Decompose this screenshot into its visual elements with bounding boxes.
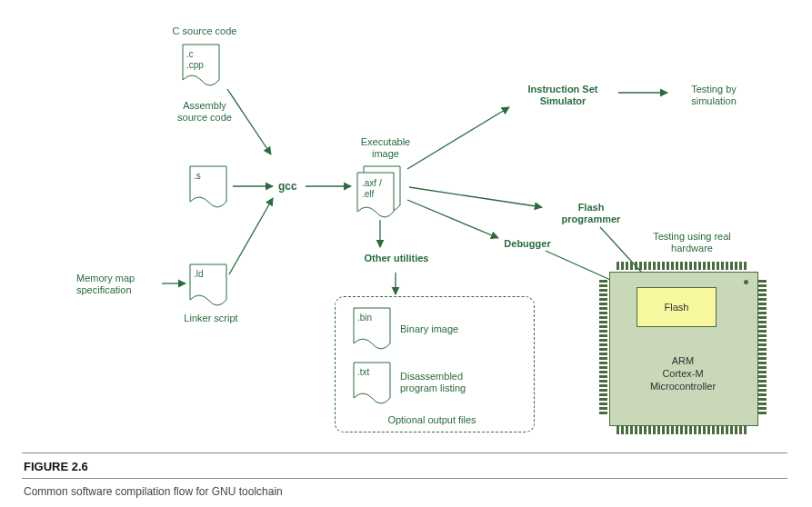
bin-file: .bin xyxy=(353,307,391,353)
debugger-label: Debugger xyxy=(491,238,564,250)
figure-number: FIGURE 2.6 xyxy=(24,460,88,473)
mcu-label: ARMCortex-MMicrocontroller xyxy=(609,354,757,393)
iss-label: Instruction SetSimulator xyxy=(513,84,613,107)
flash-prog-label: Flashprogrammer xyxy=(546,202,637,225)
c-source-ext: .c.cpp xyxy=(186,49,204,71)
svg-line-7 xyxy=(407,200,498,238)
txt-file: .txt xyxy=(353,362,391,407)
gcc-label: gcc xyxy=(278,180,297,193)
exec-ext: .axf /.elf xyxy=(362,178,382,200)
hw-test-label: Testing using realhardware xyxy=(633,231,751,254)
exec-title: Executableimage xyxy=(349,136,422,160)
memmap-label: Memory mapspecification xyxy=(76,273,164,296)
flash-block: Flash xyxy=(637,287,717,327)
svg-line-2 xyxy=(229,198,273,274)
bin-ext: .bin xyxy=(357,313,372,323)
linker-file: .ld xyxy=(189,263,227,309)
sim-test-label: Testing bysimulation xyxy=(673,84,755,107)
diagram-stage: C source code .c.cpp Assemblysource code… xyxy=(0,0,812,507)
txt-desc: Disassembledprogram listing xyxy=(400,371,509,394)
rule-bottom xyxy=(22,478,787,479)
rule-top xyxy=(22,452,787,453)
c-source-file: .c.cpp xyxy=(182,44,220,89)
asm-file: .s xyxy=(189,165,227,211)
mcu-chip: Flash ARMCortex-MMicrocontroller xyxy=(596,262,769,434)
txt-ext: .txt xyxy=(357,367,369,378)
linker-sub: Linker script xyxy=(175,313,247,324)
figure-caption: Common software compilation flow for GNU… xyxy=(24,485,283,498)
opt-box-label: Optional output files xyxy=(364,414,500,426)
svg-line-5 xyxy=(407,107,509,169)
other-utilities: Other utilities xyxy=(351,253,442,264)
asm-ext: .s xyxy=(194,171,201,182)
svg-line-6 xyxy=(409,187,542,207)
asm-subtitle: Assemblysource code xyxy=(164,100,246,124)
exec-file-stack: .axf /.elf xyxy=(356,165,400,216)
linker-ext: .ld xyxy=(194,269,204,280)
bin-desc: Binary image xyxy=(400,323,491,335)
c-source-title: C source code xyxy=(155,25,255,37)
